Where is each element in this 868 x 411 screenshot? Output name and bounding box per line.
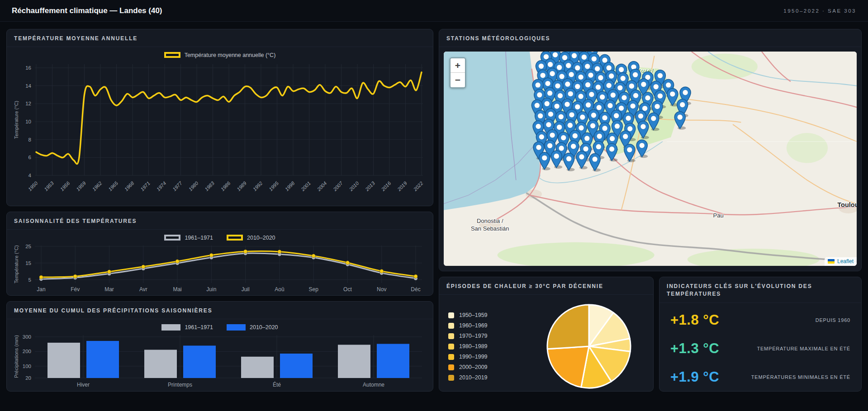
seasonality-chart[interactable]: 51525JanFévMarAvrMaiJuinJuilAoûSepOctNov… — [12, 243, 427, 294]
pie-legend-label: 1970–1979 — [459, 333, 488, 339]
svg-text:2001: 2001 — [299, 180, 312, 193]
svg-text:1959: 1959 — [75, 180, 87, 192]
map-label: San Sebastián — [471, 226, 509, 232]
zoom-in-button[interactable]: + — [451, 58, 465, 73]
svg-text:1992: 1992 — [252, 180, 264, 192]
legend-swatch — [164, 235, 180, 241]
panel-seasonality: SAISONNALITÉ DES TEMPÉRATURES 1961–19712… — [6, 212, 433, 296]
map-canvas[interactable]: Donostia /San SebastiánPauToulouseParc n… — [444, 52, 857, 266]
episodes-chaleur-par-decennie-svg — [545, 302, 633, 391]
panel-annual-temperature: TEMPÉRATURE MOYENNE ANNUELLE Température… — [6, 29, 433, 206]
saisonnalite-des-temperatures-svg: 51525JanFévMarAvrMaiJuinJuilAoûSepOctNov… — [12, 243, 427, 294]
page-title: Réchauffement climatique — Landes (40) — [12, 6, 162, 15]
map-zoom-control: + − — [450, 57, 466, 88]
legend-item[interactable]: 1961–1971 — [161, 324, 213, 331]
panel-key-indicators: INDICATEURS CLÉS SUR L'ÉVOLUTION DES TEM… — [659, 277, 862, 392]
precip-chart-legend: 1961–19712010–2020 — [7, 321, 433, 333]
indicator-label: DEPUIS 1960 — [816, 317, 850, 323]
indicator-row: +1.9 °C TEMPÉRATURES MINIMALES EN ÉTÉ — [670, 369, 850, 385]
legend-item[interactable]: 2010–2020 — [227, 324, 278, 331]
panel-title: STATIONS MÉTÉOROLOGIQUES — [439, 29, 861, 47]
heat-episodes-pie-chart[interactable] — [529, 302, 649, 391]
indicator-value: +1.3 °C — [670, 340, 719, 357]
panel-title: INDICATEURS CLÉS SUR L'ÉVOLUTION DES TEM… — [659, 277, 861, 303]
legend-swatch — [227, 324, 246, 331]
svg-text:1995: 1995 — [268, 180, 280, 192]
right-column: STATIONS MÉTÉOROLOGIQUES Donostia /San S… — [439, 29, 862, 392]
svg-text:1977: 1977 — [171, 180, 183, 192]
panel-title: TEMPÉRATURE MOYENNE ANNUELLE — [7, 29, 433, 47]
svg-text:1956: 1956 — [59, 180, 71, 192]
legend-label: 1961–1971 — [185, 324, 213, 331]
heat-episodes-body: 1950–19591960–19691970–19791980–19891990… — [439, 295, 653, 392]
header-subtitle: 1950–2022 · SAE 303 — [783, 8, 856, 14]
legend-label: 1961–1971 — [185, 235, 213, 241]
svg-text:Jan: Jan — [37, 286, 45, 293]
pie-legend-swatch — [448, 323, 454, 329]
pie-slice — [547, 305, 589, 349]
svg-text:8: 8 — [28, 137, 31, 142]
svg-text:1998: 1998 — [284, 180, 296, 192]
svg-text:16: 16 — [25, 65, 31, 71]
pie-legend-item[interactable]: 1960–1969 — [448, 322, 529, 329]
svg-text:2004: 2004 — [316, 180, 328, 193]
svg-text:14: 14 — [25, 83, 31, 89]
svg-text:Fév: Fév — [71, 286, 80, 293]
legend-label: Température moyenne annuelle (°C) — [185, 52, 276, 58]
map-basemap: Donostia /San SebastiánPauToulouseParc n… — [444, 52, 857, 266]
pie-legend-swatch — [448, 375, 454, 381]
pie-slice — [547, 346, 589, 387]
annual-temperature-chart[interactable]: 4681012141619501953195619591962196519681… — [12, 61, 427, 199]
temperature-moyenne-annuelle-svg: 4681012141619501953195619591962196519681… — [12, 61, 427, 199]
legend-swatch — [227, 235, 243, 241]
svg-text:Juil: Juil — [242, 286, 250, 293]
svg-text:Printemps: Printemps — [168, 382, 192, 388]
svg-text:1974: 1974 — [156, 180, 167, 192]
season-chart-legend: 1961–19712010–2020 — [7, 232, 433, 243]
svg-text:12: 12 — [25, 101, 31, 107]
svg-text:Avr: Avr — [139, 286, 147, 293]
pie-legend-swatch — [448, 354, 454, 360]
svg-text:Mai: Mai — [173, 286, 181, 293]
precipitations-saisonnieres-svg: 20100200300Précipitations (mm)HiverPrint… — [12, 333, 427, 390]
legend-item[interactable]: 1961–1971 — [164, 235, 213, 241]
svg-text:Nov: Nov — [377, 286, 386, 293]
map-label: Toulouse — [837, 201, 857, 208]
svg-text:Hiver: Hiver — [77, 382, 90, 388]
panel-title: SAISONNALITÉ DES TEMPÉRATURES — [7, 212, 433, 230]
indicator-row: +1.8 °C DEPUIS 1960 — [670, 312, 850, 328]
legend-label: 2010–2020 — [247, 235, 275, 241]
zoom-out-button[interactable]: − — [451, 73, 465, 87]
pie-legend-item[interactable]: 1980–1989 — [448, 343, 529, 350]
svg-text:1986: 1986 — [220, 180, 232, 192]
svg-text:1968: 1968 — [123, 180, 135, 192]
legend-item[interactable]: Température moyenne annuelle (°C) — [164, 52, 276, 58]
pie-legend-label: 1990–1999 — [459, 354, 488, 360]
svg-text:Automne: Automne — [363, 382, 384, 388]
pie-legend-item[interactable]: 1970–1979 — [448, 333, 529, 339]
pie-legend-item[interactable]: 1950–1959 — [448, 312, 529, 318]
indicator-label: TEMPÉRATURE MAXIMALE EN ÉTÉ — [757, 346, 850, 351]
svg-text:Été: Été — [273, 381, 281, 388]
map-label: Pau — [713, 213, 724, 219]
precipitations-chart[interactable]: 20100200300Précipitations (mm)HiverPrint… — [12, 333, 427, 390]
pie-legend-item[interactable]: 2000–2009 — [448, 364, 529, 370]
pie-legend-item[interactable]: 1990–1999 — [448, 354, 529, 360]
legend-item[interactable]: 2010–2020 — [227, 235, 275, 241]
pie-legend-item[interactable]: 2010–2019 — [448, 374, 529, 381]
annual-chart-legend: Température moyenne annuelle (°C) — [7, 49, 433, 61]
svg-text:Déc: Déc — [411, 286, 420, 293]
left-column: TEMPÉRATURE MOYENNE ANNUELLE Température… — [6, 29, 433, 392]
svg-text:5: 5 — [28, 277, 31, 283]
map-label: Donostia / — [477, 218, 503, 225]
indicator-row: +1.3 °C TEMPÉRATURE MAXIMALE EN ÉTÉ — [670, 340, 850, 357]
indicator-value: +1.9 °C — [670, 369, 719, 385]
panel-title: MOYENNE DU CUMUL DES PRÉCIPITATIONS SAIS… — [7, 302, 433, 319]
leaflet-attribution-link[interactable]: Leaflet — [837, 258, 854, 265]
svg-text:1983: 1983 — [204, 180, 215, 192]
pie-legend-swatch — [448, 364, 454, 370]
svg-text:10: 10 — [25, 119, 31, 124]
pie-legend-swatch — [448, 333, 454, 339]
svg-text:Température (°C): Température (°C) — [14, 246, 19, 283]
pie-legend-label: 2000–2009 — [459, 364, 488, 370]
